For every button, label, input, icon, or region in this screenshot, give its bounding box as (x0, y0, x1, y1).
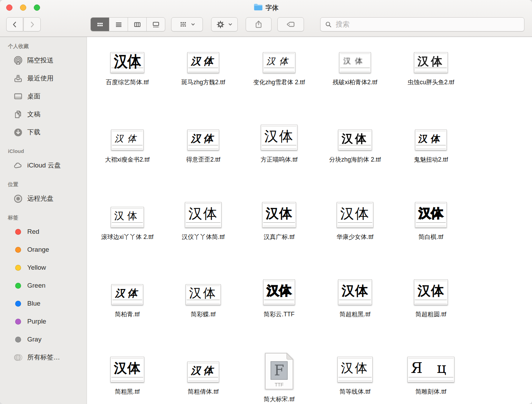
sidebar-item-all-tags[interactable]: 所有标签… (0, 348, 87, 366)
grid-item[interactable]: 汉体简彩云.TTF (241, 275, 317, 353)
back-button[interactable] (6, 17, 23, 31)
sidebar-item-recents[interactable]: 最近使用 (0, 69, 87, 87)
preview-baseline (186, 222, 220, 223)
sidebar-sections: 个人收藏隔空投送最近使用桌面文稿下载iCloudiCloud 云盘位置远程光盘标… (0, 43, 87, 366)
grid-item[interactable]: 汉体分块zhg海韵体 2.ttf (317, 121, 393, 198)
sidebar-item-tag-green[interactable]: Green (0, 277, 87, 295)
font-preview-card: 汉体 (187, 129, 219, 150)
grid-item[interactable]: 汉体大褶xi瘦金书2.ttf (89, 121, 165, 198)
group-button[interactable] (171, 17, 203, 31)
grid-item[interactable]: 汉体鬼魅扭动2.ttf (393, 121, 469, 198)
font-preview-glyphs: 汉体 (114, 54, 141, 69)
font-preview-glyphs: 汉体 (342, 284, 368, 297)
tag-color-icon (15, 247, 21, 253)
preview-baseline (112, 208, 143, 209)
sidebar-item-tag-purple[interactable]: Purple (0, 312, 87, 330)
grid-item[interactable]: 汉体得意歪歪2.ttf (165, 121, 241, 198)
gallery-view-button[interactable] (147, 18, 165, 31)
font-preview-card: 汉体 (337, 202, 373, 228)
font-preview-card: 汉体 (111, 207, 144, 228)
column-view-button[interactable] (128, 18, 147, 31)
preview-baseline (340, 71, 370, 71)
grid-item[interactable]: 汉体简柏青.ttf (89, 275, 165, 353)
grid-item[interactable]: 汉体方正喵呜体.ttf (241, 121, 317, 198)
font-preview-thumbnail: Я ц (407, 353, 454, 382)
share-button[interactable] (246, 17, 272, 31)
sidebar-item-downloads[interactable]: 下载 (0, 123, 87, 141)
grid-item[interactable]: 汉体变化zhg雪君体 2.ttf (241, 43, 317, 121)
font-preview-card: 汉体 (261, 125, 297, 150)
ttf-file-icon: FTTF (264, 353, 294, 390)
sidebar-item-tag-gray[interactable]: Gray (0, 330, 87, 348)
finder-window: 字体 (0, 0, 532, 404)
search-field[interactable] (320, 17, 524, 31)
sidebar-item-airdrop[interactable]: 隔空投送 (0, 51, 87, 69)
list-view-button[interactable] (109, 18, 128, 31)
grid-item[interactable]: 汉体残破xi柏青体2.ttf (317, 43, 393, 121)
grid-item[interactable]: 汉体滚球边xi丫丫体 2.ttf (89, 198, 165, 275)
grid-item[interactable]: 汉体简粗黑.ttf (89, 353, 165, 404)
grid-item[interactable]: 汉体简超粗黑.ttf (317, 275, 393, 353)
file-name: 简等线体.ttf (339, 388, 370, 396)
font-preview-card: Я ц (407, 357, 454, 382)
sidebar-item-label: 桌面 (27, 92, 40, 101)
grid-item[interactable]: 汉体斑马zhg方魏2.ttf (165, 43, 241, 121)
cloud-icon (13, 161, 23, 170)
font-preview-card: 汉体 (414, 279, 448, 305)
tag-button[interactable] (277, 17, 304, 31)
sidebar-item-icloud-drive[interactable]: iCloud 云盘 (0, 156, 87, 174)
grid-item[interactable]: 汉体简超粗圆.ttf (393, 275, 469, 353)
svg-text:F: F (274, 362, 284, 379)
preview-baseline (188, 381, 218, 381)
font-preview-card: 汉体 (187, 52, 219, 73)
preview-baseline (112, 286, 142, 286)
font-preview-glyphs: 汉体 (115, 134, 140, 143)
tag-color-icon (13, 281, 23, 290)
font-preview-glyphs: 汉体 (266, 57, 292, 66)
sidebar-item-documents[interactable]: 文稿 (0, 105, 87, 123)
sidebar-item-tag-blue[interactable]: Blue (0, 295, 87, 312)
file-name: 简柏青.ttf (115, 310, 140, 318)
search-icon (325, 21, 332, 28)
sidebar-item-label: Yellow (27, 264, 46, 271)
sidebar-item-label: Red (27, 228, 39, 235)
preview-baseline (264, 68, 294, 68)
grid-item[interactable]: 汉体虫蚀cu胖头鱼2.ttf (393, 43, 469, 121)
tag-color-icon (15, 337, 21, 343)
disc-icon (13, 194, 23, 203)
grid-item[interactable]: 汉体汉真广标.ttf (241, 198, 317, 275)
preview-baseline (188, 68, 218, 68)
preview-baseline (416, 203, 446, 204)
sidebar-item-remote-disc[interactable]: 远程光盘 (0, 190, 87, 208)
file-name: 变化zhg雪君体 2.ttf (253, 78, 305, 86)
grid-item[interactable]: 汉体汉仪丫丫体简.ttf (165, 198, 241, 275)
sidebar-item-tag-yellow[interactable]: Yellow (0, 259, 87, 277)
grid-item[interactable]: Я ц简雕刻体.ttf (393, 353, 469, 404)
preview-baseline (415, 303, 447, 304)
grid-item[interactable]: 汉体简粗倩体.ttf (165, 353, 241, 404)
preview-baseline (111, 377, 143, 377)
tag-color-icon (15, 265, 21, 271)
grid-item[interactable]: 汉体简彩蝶.ttf (165, 275, 241, 353)
gallery-view-icon (152, 20, 160, 29)
share-icon (254, 20, 263, 29)
font-preview-thumbnail: 汉体 (415, 198, 447, 228)
grid-item[interactable]: 汉体百度综艺简体.ttf (89, 43, 165, 121)
grid-item[interactable]: FTTF简大标宋.ttf (241, 353, 317, 404)
sidebar-item-label: 隔空投送 (27, 56, 53, 65)
file-grid: 汉体百度综艺简体.ttf汉体斑马zhg方魏2.ttf汉体变化zhg雪君体 2.t… (87, 37, 532, 404)
icon-view-button[interactable] (91, 18, 109, 31)
grid-item[interactable]: 汉体华康少女体.ttf (317, 198, 393, 275)
sidebar-item-tag-orange[interactable]: Orange (0, 241, 87, 259)
search-input[interactable] (335, 20, 520, 29)
font-preview-glyphs: 汉体 (189, 287, 217, 299)
action-button[interactable] (211, 17, 238, 31)
grid-item[interactable]: 汉体简等线体.ttf (317, 353, 393, 404)
sidebar-item-desktop[interactable]: 桌面 (0, 87, 87, 105)
sidebar-item-label: Gray (27, 336, 41, 343)
file-name: 分块zhg海韵体 2.ttf (329, 156, 381, 164)
grid-item[interactable]: 汉体简白棋.ttf (393, 198, 469, 275)
sidebar-item-tag-red[interactable]: Red (0, 223, 87, 241)
forward-button[interactable] (23, 17, 41, 31)
preview-baseline (339, 148, 371, 149)
